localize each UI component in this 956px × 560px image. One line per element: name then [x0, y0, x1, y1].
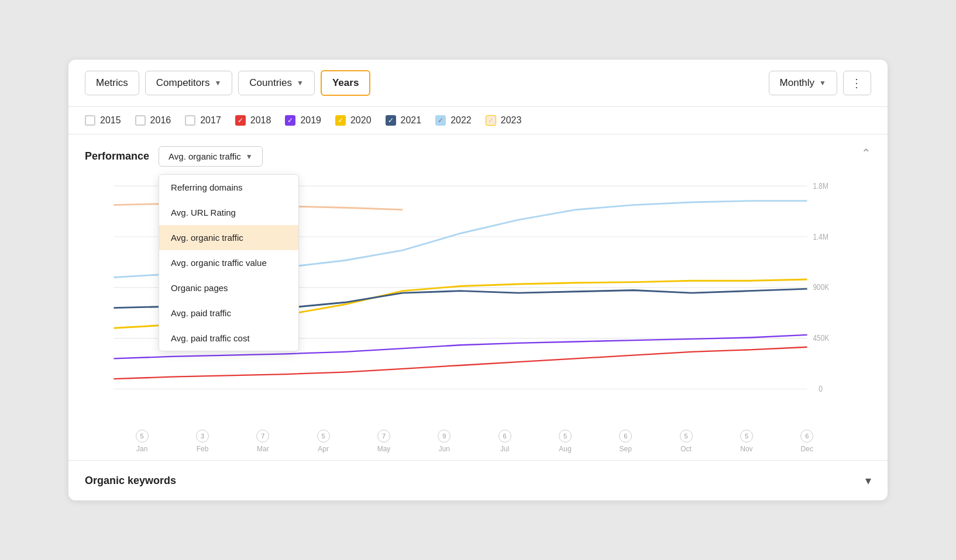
collapse-button[interactable]: ⌃: [861, 146, 871, 160]
year-2015[interactable]: 2015: [85, 115, 121, 126]
year-2017-checkbox: [185, 115, 195, 126]
x-label-dec: 6 Dec: [777, 430, 837, 453]
sep-count: 6: [619, 430, 632, 443]
x-label-jul: 6 Jul: [474, 430, 535, 453]
x-label-jan: 5 Jan: [112, 430, 172, 453]
performance-section: Performance Avg. organic traffic ▼ Refer…: [68, 134, 888, 460]
x-axis: 5 Jan 3 Feb 7 Mar 5 Apr: [85, 430, 871, 460]
year-2016-checkbox: [135, 115, 146, 126]
year-2022-label: 2022: [451, 115, 472, 126]
metric-dropdown-menu: Referring domains Avg. URL Rating Avg. o…: [159, 174, 299, 351]
svg-text:450K: 450K: [813, 333, 829, 343]
toolbar: Metrics Competitors ▼ Countries ▼ Years …: [68, 60, 888, 107]
x-label-jun: 9 Jun: [414, 430, 474, 453]
performance-header: Performance Avg. organic traffic ▼ Refer…: [85, 146, 871, 167]
svg-text:0: 0: [819, 384, 823, 393]
jun-label: Jun: [439, 445, 450, 453]
apr-count: 5: [317, 430, 330, 443]
year-2015-checkbox: [85, 115, 95, 126]
year-2022[interactable]: ✓ 2022: [435, 115, 472, 126]
dropdown-item-avg-organic-traffic[interactable]: Avg. organic traffic: [159, 225, 298, 250]
feb-count: 3: [196, 430, 209, 443]
jun-count: 9: [438, 430, 451, 443]
dec-label: Dec: [801, 445, 813, 453]
expand-icon[interactable]: ▾: [865, 473, 871, 488]
years-row: 2015 2016 2017 ✓ 2018 ✓ 2019 ✓ 2020 ✓ 20…: [68, 107, 888, 134]
x-label-sep: 6 Sep: [596, 430, 656, 453]
metric-dropdown-button[interactable]: Avg. organic traffic ▼: [159, 146, 263, 167]
countries-label: Countries: [249, 77, 292, 89]
year-2019-label: 2019: [300, 115, 321, 126]
year-2021-checkbox: ✓: [386, 115, 396, 126]
x-label-apr: 5 Apr: [293, 430, 353, 453]
metric-chevron-icon: ▼: [246, 153, 253, 161]
year-2021[interactable]: ✓ 2021: [386, 115, 422, 126]
bottom-section: Organic keywords ▾: [68, 460, 888, 500]
dropdown-item-referring-domains[interactable]: Referring domains: [159, 175, 298, 200]
more-options-button[interactable]: ⋮: [843, 71, 871, 95]
year-2016-label: 2016: [150, 115, 171, 126]
year-2018[interactable]: ✓ 2018: [235, 115, 271, 126]
aug-label: Aug: [559, 445, 571, 453]
year-2022-checkbox: ✓: [435, 115, 446, 126]
year-2017-label: 2017: [200, 115, 221, 126]
organic-keywords-title: Organic keywords: [85, 475, 176, 487]
metric-selected-label: Avg. organic traffic: [168, 151, 241, 161]
year-2023[interactable]: ✓ 2023: [486, 115, 522, 126]
aug-count: 5: [559, 430, 572, 443]
x-label-mar: 7 Mar: [233, 430, 293, 453]
dropdown-item-avg-paid-traffic-cost[interactable]: Avg. paid traffic cost: [159, 326, 298, 351]
competitors-label: Competitors: [156, 77, 210, 89]
year-2018-checkbox: ✓: [235, 115, 246, 126]
year-2015-label: 2015: [100, 115, 121, 126]
feb-label: Feb: [197, 445, 209, 453]
sep-label: Sep: [620, 445, 632, 453]
year-2020-label: 2020: [350, 115, 372, 126]
jan-label: Jan: [136, 445, 147, 453]
nov-count: 5: [740, 430, 753, 443]
toolbar-left: Metrics Competitors ▼ Countries ▼ Years: [85, 70, 763, 96]
competitors-chevron-icon: ▼: [214, 79, 221, 87]
main-card: Metrics Competitors ▼ Countries ▼ Years …: [68, 60, 888, 500]
year-2016[interactable]: 2016: [135, 115, 171, 126]
metrics-label: Metrics: [96, 77, 128, 89]
mar-count: 7: [256, 430, 269, 443]
years-label: Years: [332, 77, 359, 89]
countries-chevron-icon: ▼: [297, 79, 304, 87]
dots-icon: ⋮: [851, 77, 864, 89]
dropdown-item-avg-paid-traffic[interactable]: Avg. paid traffic: [159, 300, 298, 326]
year-2020[interactable]: ✓ 2020: [335, 115, 372, 126]
dropdown-item-url-rating[interactable]: Avg. URL Rating: [159, 200, 298, 225]
performance-title: Performance: [85, 150, 149, 163]
countries-button[interactable]: Countries ▼: [238, 71, 315, 95]
years-button[interactable]: Years: [321, 70, 370, 96]
year-2019[interactable]: ✓ 2019: [285, 115, 321, 126]
jul-label: Jul: [500, 445, 509, 453]
competitors-button[interactable]: Competitors ▼: [145, 71, 233, 95]
collapse-icon: ⌃: [861, 147, 871, 160]
x-label-aug: 5 Aug: [535, 430, 595, 453]
may-label: May: [377, 445, 391, 453]
apr-label: Apr: [318, 445, 329, 453]
year-2020-checkbox: ✓: [335, 115, 346, 126]
year-2021-label: 2021: [401, 115, 422, 126]
year-2017[interactable]: 2017: [185, 115, 221, 126]
metric-dropdown-wrapper: Avg. organic traffic ▼ Referring domains…: [159, 146, 263, 167]
jul-count: 6: [498, 430, 511, 443]
year-2019-checkbox: ✓: [285, 115, 295, 126]
dropdown-item-organic-pages[interactable]: Organic pages: [159, 275, 298, 300]
toolbar-right: Monthly ▼ ⋮: [769, 71, 871, 95]
svg-text:1.4M: 1.4M: [813, 232, 828, 241]
dropdown-item-avg-organic-traffic-value[interactable]: Avg. organic traffic value: [159, 250, 298, 275]
dec-count: 6: [800, 430, 813, 443]
svg-text:1.8M: 1.8M: [813, 181, 828, 191]
mar-label: Mar: [257, 445, 269, 453]
oct-label: Oct: [680, 445, 692, 453]
x-label-may: 7 May: [353, 430, 414, 453]
year-2023-checkbox: ✓: [486, 115, 496, 126]
monthly-label: Monthly: [780, 77, 815, 89]
metrics-button[interactable]: Metrics: [85, 71, 139, 95]
monthly-button[interactable]: Monthly ▼: [769, 71, 837, 95]
x-label-feb: 3 Feb: [172, 430, 232, 453]
x-label-oct: 5 Oct: [656, 430, 716, 453]
